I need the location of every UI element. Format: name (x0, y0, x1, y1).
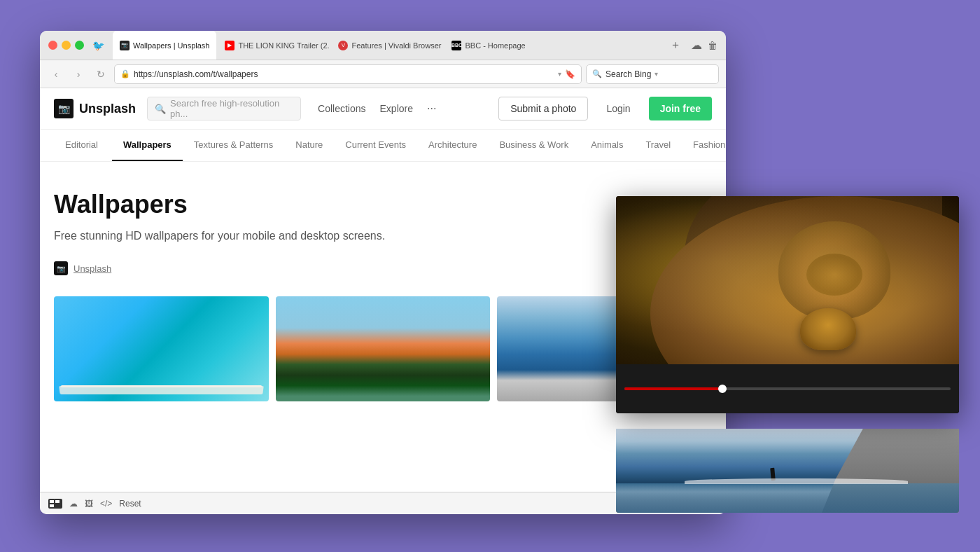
search-bar[interactable]: 🔍 Search Bing ▾ (586, 64, 719, 84)
page-title: Wallpapers (54, 190, 712, 219)
tab-label-yt: THE LION KING Trailer (2... (238, 41, 330, 50)
svg-rect-2 (55, 500, 59, 503)
tab-favicon-unsplash: 📷 (120, 41, 130, 50)
photo-mountain[interactable] (276, 296, 491, 401)
tab-favicon-vivaldi: V (338, 41, 348, 50)
tab-label-vivaldi: Features | Vivaldi Browser (351, 41, 441, 50)
wave (685, 478, 908, 484)
logo-icon: 📷 (54, 99, 74, 118)
title-bar-right: ☁ 🗑 (691, 39, 718, 52)
category-nav: Editorial Wallpapers Textures & Patterns… (40, 130, 726, 162)
water (616, 483, 959, 513)
cat-editorial[interactable]: Editorial (54, 130, 109, 161)
reload-button[interactable]: ↻ (92, 65, 110, 83)
site-search-placeholder: Search free high-resolution ph... (170, 98, 293, 119)
new-tab-button[interactable]: ＋ (666, 36, 685, 55)
cat-business[interactable]: Business & Work (488, 130, 580, 161)
site-search-icon: 🔍 (155, 104, 166, 114)
brand-logo-small: 📷 (54, 261, 68, 275)
lion-overlay (616, 196, 959, 364)
minimize-button[interactable] (62, 41, 71, 50)
cat-animals[interactable]: Animals (580, 130, 634, 161)
lion-scene (616, 196, 959, 364)
traffic-lights (48, 41, 84, 50)
unsplash-header: 📷 Unsplash 🔍 Search free high-resolution… (40, 88, 726, 130)
address-text: https://unsplash.com/t/wallpapers (134, 69, 554, 79)
tab-label-unsplash: Wallpapers | Unsplash (133, 41, 209, 50)
cat-architecture[interactable]: Architecture (417, 130, 488, 161)
svg-rect-1 (50, 500, 54, 503)
cloud-toolbar-icon[interactable]: ☁ (69, 499, 78, 509)
photo-grid (54, 296, 712, 401)
search-icon: 🔍 (592, 69, 602, 78)
cloud-icon[interactable]: ☁ (691, 39, 702, 52)
tab-unsplash[interactable]: 📷 Wallpapers | Unsplash (113, 31, 216, 60)
tab-vivaldi[interactable]: V Features | Vivaldi Browser (331, 31, 443, 60)
image-toolbar-icon[interactable]: 🖼 (85, 499, 93, 509)
cat-nature[interactable]: Nature (284, 130, 334, 161)
tab-lion-king[interactable]: ▶ THE LION KING Trailer (2... (218, 31, 330, 60)
nav-bar: ‹ › ↻ 🔒 https://unsplash.com/t/wallpaper… (40, 60, 726, 88)
close-button[interactable] (48, 41, 57, 50)
submit-photo-button[interactable]: Submit a photo (498, 97, 588, 120)
back-button[interactable]: ‹ (47, 65, 65, 83)
trash-icon[interactable]: 🗑 (708, 40, 718, 51)
title-bar: 🐦 📷 Wallpapers | Unsplash ▶ THE LION KIN… (40, 31, 726, 60)
tab-favicon-bbc: BBC (451, 41, 461, 50)
photo-maldives[interactable] (54, 296, 269, 401)
forward-button[interactable]: › (69, 65, 88, 83)
tab-label-bbc: BBC - Homepage (465, 41, 525, 50)
login-button[interactable]: Login (595, 97, 641, 120)
collections-link[interactable]: Collections (318, 103, 365, 114)
site-nav-links: Collections Explore ··· (318, 102, 436, 115)
address-dropdown-arrow: ▾ (558, 70, 561, 78)
search-dropdown-arrow: ▾ (654, 70, 658, 78)
brand-attribution: 📷 Unsplash (54, 261, 712, 275)
view-icon[interactable] (48, 499, 62, 509)
twitter-icon: 🐦 (92, 40, 104, 51)
cat-travel[interactable]: Travel (634, 130, 682, 161)
join-button[interactable]: Join free (649, 97, 712, 120)
site-search-box[interactable]: 🔍 Search free high-resolution ph... (147, 97, 301, 120)
cat-textures[interactable]: Textures & Patterns (183, 130, 284, 161)
header-actions: Submit a photo Login Join free (498, 97, 712, 120)
unsplash-logo[interactable]: 📷 Unsplash (54, 99, 136, 118)
video-content (616, 196, 959, 364)
more-menu[interactable]: ··· (427, 102, 436, 115)
bookmark-icon[interactable]: 🔖 (565, 69, 575, 79)
svg-rect-3 (50, 504, 54, 507)
address-bar[interactable]: 🔒 https://unsplash.com/t/wallpapers ▾ 🔖 (114, 64, 582, 84)
cat-current-events[interactable]: Current Events (334, 130, 417, 161)
lock-icon: 🔒 (120, 69, 130, 78)
tab-bbc[interactable]: BBC BBC - Homepage (444, 31, 532, 60)
tab-bar: 📷 Wallpapers | Unsplash ▶ THE LION KING … (113, 31, 660, 60)
reset-button[interactable]: Reset (119, 499, 141, 509)
video-bottom-bar (616, 364, 959, 413)
cat-wallpapers[interactable]: Wallpapers (112, 130, 183, 161)
explore-link[interactable]: Explore (380, 103, 413, 114)
code-toolbar-icon[interactable]: </> (100, 499, 112, 509)
page-description: Free stunning HD wallpapers for your mob… (54, 228, 712, 244)
cub-face (800, 308, 856, 350)
tab-favicon-yt: ▶ (225, 41, 234, 50)
surf-cliff-image[interactable] (616, 429, 959, 513)
search-placeholder: Search Bing (606, 69, 651, 79)
video-window[interactable] (616, 196, 959, 413)
logo-text: Unsplash (79, 102, 136, 116)
brand-link[interactable]: Unsplash (74, 263, 111, 274)
surf-bg (616, 429, 959, 513)
maximize-button[interactable] (75, 41, 84, 50)
cat-fashion[interactable]: Fashion (682, 130, 726, 161)
